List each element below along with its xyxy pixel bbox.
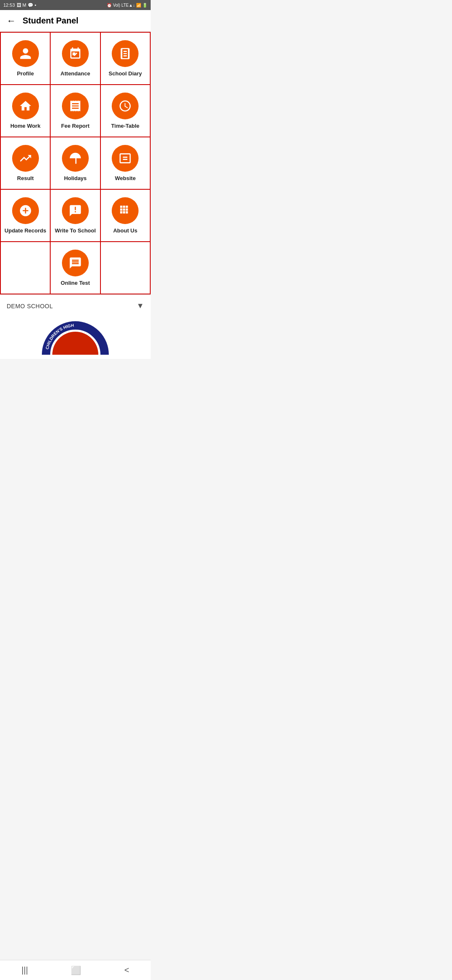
- result-label: Result: [17, 175, 34, 181]
- page-title: Student Panel: [23, 16, 78, 26]
- menu-item-online-test[interactable]: Online Test: [51, 242, 100, 294]
- update-records-label: Update Records: [5, 227, 46, 234]
- grid-row-3: Result Holidays Website: [1, 137, 150, 190]
- about-us-icon-circle: [112, 197, 139, 224]
- fee-report-icon-circle: [62, 93, 89, 119]
- menu-item-website[interactable]: Website: [101, 137, 150, 189]
- empty-cell-right: [101, 242, 150, 294]
- attendance-icon-circle: [62, 40, 89, 67]
- empty-cell-left: [1, 242, 51, 294]
- status-time: 12:53 🖼 M 💬 •: [3, 3, 36, 8]
- menu-item-profile[interactable]: Profile: [1, 33, 51, 84]
- time-table-label: Time-Table: [111, 123, 139, 129]
- menu-item-result[interactable]: Result: [1, 137, 51, 189]
- home-work-icon-circle: [12, 93, 39, 119]
- back-button[interactable]: ←: [7, 15, 16, 26]
- profile-label: Profile: [17, 70, 33, 77]
- menu-item-write-to-school[interactable]: Write To School: [51, 190, 100, 241]
- fee-report-label: Fee Report: [61, 123, 90, 129]
- write-to-school-label: Write To School: [55, 227, 96, 234]
- menu-item-holidays[interactable]: Holidays: [51, 137, 100, 189]
- grid-icon: [118, 204, 132, 217]
- school-selector[interactable]: DEMO SCHOOL ▼: [0, 294, 151, 317]
- app-header: ← Student Panel: [0, 10, 151, 32]
- menu-item-fee-report[interactable]: Fee Report: [51, 85, 100, 137]
- status-icons: ⏰ Vol) LTE▲↓ 📶 🔋: [107, 3, 147, 8]
- website-label: Website: [115, 175, 136, 181]
- grid-row-5: Online Test: [1, 242, 150, 294]
- menu-item-school-diary[interactable]: School Diary: [101, 33, 150, 84]
- plus-circle-icon: [19, 204, 32, 217]
- write-to-school-icon-circle: [62, 197, 89, 224]
- about-us-label: About Us: [113, 227, 137, 234]
- school-diary-label: School Diary: [109, 70, 142, 77]
- receipt-icon: [69, 99, 82, 113]
- menu-item-about-us[interactable]: About Us: [101, 190, 150, 241]
- trending-up-icon: [19, 152, 32, 165]
- online-test-icon-circle: [62, 250, 89, 276]
- web-icon: [118, 152, 132, 165]
- clock-icon: [118, 99, 132, 113]
- logo-area: CHILDREN'S HIGH: [0, 317, 151, 359]
- holidays-label: Holidays: [64, 175, 87, 181]
- time-table-icon-circle: [112, 93, 139, 119]
- book-icon: [118, 47, 132, 60]
- grid-row-1: Profile Attendance School Diary: [1, 33, 150, 85]
- holidays-icon-circle: [62, 145, 89, 172]
- school-diary-icon-circle: [112, 40, 139, 67]
- result-icon-circle: [12, 145, 39, 172]
- calendar-check-icon: [69, 47, 82, 60]
- menu-item-time-table[interactable]: Time-Table: [101, 85, 150, 137]
- message-alert-icon: [69, 204, 82, 217]
- online-test-label: Online Test: [61, 280, 90, 286]
- school-logo: CHILDREN'S HIGH: [42, 321, 109, 359]
- attendance-label: Attendance: [61, 70, 90, 77]
- grid-row-2: Home Work Fee Report Time-Table: [1, 85, 150, 137]
- person-icon: [19, 47, 32, 60]
- menu-item-home-work[interactable]: Home Work: [1, 85, 51, 137]
- website-icon-circle: [112, 145, 139, 172]
- update-records-icon-circle: [12, 197, 39, 224]
- menu-grid: Profile Attendance School Diary Home Wor…: [0, 32, 151, 294]
- chat-icon: [69, 256, 82, 270]
- home-icon: [19, 99, 32, 113]
- menu-item-update-records[interactable]: Update Records: [1, 190, 51, 241]
- menu-item-attendance[interactable]: Attendance: [51, 33, 100, 84]
- home-work-label: Home Work: [10, 123, 41, 129]
- grid-row-4: Update Records Write To School About Us: [1, 190, 150, 242]
- dropdown-arrow-icon: ▼: [136, 302, 144, 310]
- school-name: DEMO SCHOOL: [7, 303, 53, 309]
- status-bar: 12:53 🖼 M 💬 • ⏰ Vol) LTE▲↓ 📶 🔋: [0, 0, 151, 10]
- umbrella-icon: [69, 152, 82, 165]
- profile-icon-circle: [12, 40, 39, 67]
